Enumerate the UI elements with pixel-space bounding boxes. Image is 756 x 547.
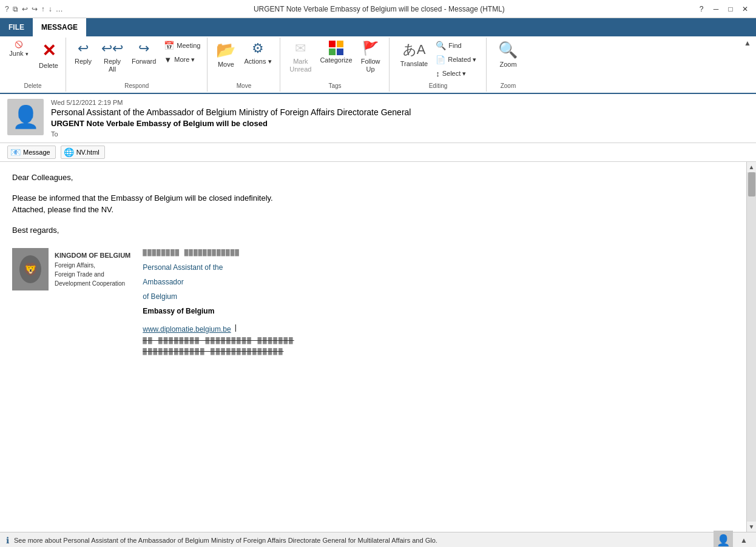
zoom-group-label: Zoom bbox=[490, 81, 525, 90]
delete-group-label: Delete bbox=[4, 81, 62, 90]
find-button[interactable]: 🔍 Find bbox=[433, 39, 479, 52]
status-avatar[interactable]: 👤 bbox=[714, 531, 733, 548]
redo-button[interactable]: ↪ bbox=[32, 5, 38, 13]
attachments-bar: 📧 Message 🌐 NV.html bbox=[0, 143, 756, 162]
actions-button[interactable]: ⚙ Actions ▾ bbox=[240, 39, 275, 81]
signature-section: 🦁 KINGDOM OF BELGIUM Foreign Affairs, Fo… bbox=[12, 248, 734, 357]
reply-icon: ↩ bbox=[78, 41, 89, 56]
title-bar-left-controls: ? ⧉ ↩ ↪ ↑ ↓ … bbox=[5, 5, 63, 13]
scroll-thumb[interactable] bbox=[748, 172, 755, 196]
minimize-button[interactable]: ─ bbox=[710, 3, 722, 15]
categorize-button[interactable]: Categorize bbox=[316, 39, 356, 81]
translate-button[interactable]: あA Translate bbox=[397, 39, 431, 81]
mark-unread-button[interactable]: ✉ Mark Unread bbox=[286, 39, 315, 81]
attachment-nvhtml-label: NV.html bbox=[76, 149, 100, 156]
ribbon-tabs: FILE MESSAGE bbox=[0, 18, 756, 36]
respond-group: ↩ Reply ↩↩ Reply All ↪ Forward 📅 Meeting bbox=[66, 38, 208, 92]
mark-unread-icon: ✉ bbox=[295, 41, 306, 56]
email-to: To bbox=[51, 130, 749, 138]
up-button[interactable]: ↑ bbox=[41, 5, 45, 13]
sig-name-redacted: ████████ ████████████ bbox=[143, 248, 294, 258]
restore-button[interactable]: ⧉ bbox=[13, 5, 18, 13]
org-name: KINGDOM OF BELGIUM bbox=[55, 250, 130, 261]
scroll-track bbox=[747, 172, 756, 522]
delete-group-content: 🚫 Junk ▾ ✕ Delete bbox=[4, 39, 62, 81]
delete-icon: ✕ bbox=[42, 41, 56, 61]
move-group-label: Move bbox=[211, 81, 276, 90]
org-info: KINGDOM OF BELGIUM Foreign Affairs, Fore… bbox=[55, 248, 130, 288]
avatar-icon: 👤 bbox=[12, 104, 39, 130]
status-info-icon: ℹ bbox=[6, 535, 9, 545]
status-text: See more about Personal Assistant of the… bbox=[14, 537, 709, 544]
translate-label: Translate bbox=[400, 60, 428, 68]
attachment-message[interactable]: 📧 Message bbox=[7, 146, 56, 159]
zoom-button[interactable]: 🔍 Zoom bbox=[494, 39, 521, 81]
translate-icon: あA bbox=[403, 41, 426, 59]
close-button[interactable]: ✕ bbox=[739, 3, 751, 15]
help-button[interactable]: ? bbox=[5, 5, 9, 13]
vertical-scrollbar[interactable]: ▲ ▼ bbox=[746, 162, 756, 532]
categorize-icon bbox=[329, 41, 343, 55]
help-icon-btn[interactable]: ? bbox=[695, 3, 707, 15]
meeting-label: Meeting bbox=[177, 42, 200, 49]
sig-title2: Ambassador bbox=[143, 277, 294, 287]
more-button[interactable]: ▼ More ▾ bbox=[161, 53, 203, 66]
body-line3: Attached, please find the NV. bbox=[12, 204, 734, 216]
down-button[interactable]: ↓ bbox=[49, 5, 52, 13]
editing-group: あA Translate 🔍 Find 📄 Related ▾ ↕ Select… bbox=[390, 38, 487, 92]
delete-group: 🚫 Junk ▾ ✕ Delete Delete bbox=[0, 38, 66, 92]
related-label: Related ▾ bbox=[448, 56, 476, 64]
org-line2: Foreign Trade and bbox=[55, 270, 130, 279]
message-container: 👤 Wed 5/12/2021 2:19 PM Personal Assista… bbox=[0, 94, 756, 532]
mark-unread-label: Mark Unread bbox=[289, 58, 311, 73]
respond-group-label: Respond bbox=[70, 81, 203, 90]
move-button[interactable]: 📂 Move bbox=[212, 39, 239, 81]
ribbon-toolbar: 🚫 Junk ▾ ✕ Delete Delete ↩ Reply ↩↩ Repl… bbox=[0, 36, 756, 94]
ribbon-collapse-button[interactable]: ▲ bbox=[744, 39, 751, 47]
follow-up-label: Follow Up bbox=[361, 58, 380, 73]
window-title: URGENT Note Verbale Embassy of Belgium w… bbox=[63, 5, 695, 13]
related-button[interactable]: 📄 Related ▾ bbox=[433, 53, 479, 66]
sig-contact: ████████ ████████████ Personal Assistant… bbox=[143, 248, 294, 357]
email-subject: URGENT Note Verbale Embassy of Belgium w… bbox=[51, 119, 749, 128]
body-regards: Best regards, bbox=[12, 224, 734, 237]
sender-avatar: 👤 bbox=[7, 99, 44, 135]
editing-group-content: あA Translate 🔍 Find 📄 Related ▾ ↕ Select… bbox=[397, 39, 479, 81]
undo-button[interactable]: ↩ bbox=[22, 5, 28, 13]
zoom-group: 🔍 Zoom Zoom bbox=[487, 38, 529, 92]
reply-all-icon: ↩↩ bbox=[101, 41, 123, 56]
to-label: To bbox=[51, 130, 58, 138]
status-up-arrow[interactable]: ▲ bbox=[738, 536, 750, 545]
follow-up-button[interactable]: 🚩 Follow Up bbox=[357, 39, 384, 81]
more-quick-access-button[interactable]: … bbox=[56, 5, 63, 13]
sig-website-link[interactable]: www.diplomatie.belgium.be bbox=[143, 324, 231, 335]
maximize-button[interactable]: □ bbox=[724, 3, 737, 15]
reply-button[interactable]: ↩ Reply bbox=[70, 39, 96, 81]
tags-group-label: Tags bbox=[284, 81, 385, 90]
svg-text:🦁: 🦁 bbox=[23, 262, 38, 277]
forward-button[interactable]: ↪ Forward bbox=[128, 39, 160, 81]
message-tab[interactable]: MESSAGE bbox=[33, 18, 86, 36]
more-label: More ▾ bbox=[174, 56, 195, 64]
actions-label: Actions ▾ bbox=[244, 58, 271, 65]
junk-icon: 🚫 bbox=[15, 41, 23, 49]
move-label: Move bbox=[218, 61, 234, 69]
delete-button[interactable]: ✕ Delete bbox=[35, 39, 62, 81]
select-button[interactable]: ↕ Select ▾ bbox=[433, 67, 479, 80]
meeting-button[interactable]: 📅 Meeting bbox=[161, 39, 203, 52]
junk-label: Junk ▾ bbox=[9, 50, 28, 57]
file-tab[interactable]: FILE bbox=[0, 18, 33, 36]
reply-all-button[interactable]: ↩↩ Reply All bbox=[98, 39, 127, 81]
meeting-icon: 📅 bbox=[164, 41, 174, 50]
sig-phone-redacted2: ████████████ ██████████████ bbox=[143, 347, 294, 357]
email-date: Wed 5/12/2021 2:19 PM bbox=[51, 99, 749, 106]
attachment-nvhtml[interactable]: 🌐 NV.html bbox=[61, 146, 105, 159]
message-attach-icon: 📧 bbox=[10, 147, 21, 157]
scroll-down-arrow[interactable]: ▼ bbox=[749, 522, 755, 532]
categorize-label: Categorize bbox=[320, 56, 352, 64]
junk-button[interactable]: 🚫 Junk ▾ bbox=[4, 39, 34, 81]
scroll-up-arrow[interactable]: ▲ bbox=[749, 162, 755, 172]
status-bar: ℹ See more about Personal Assistant of t… bbox=[0, 532, 756, 547]
zoom-group-content: 🔍 Zoom bbox=[494, 39, 521, 81]
tags-group-content: ✉ Mark Unread Categorize 🚩 Follow Up bbox=[286, 39, 383, 81]
